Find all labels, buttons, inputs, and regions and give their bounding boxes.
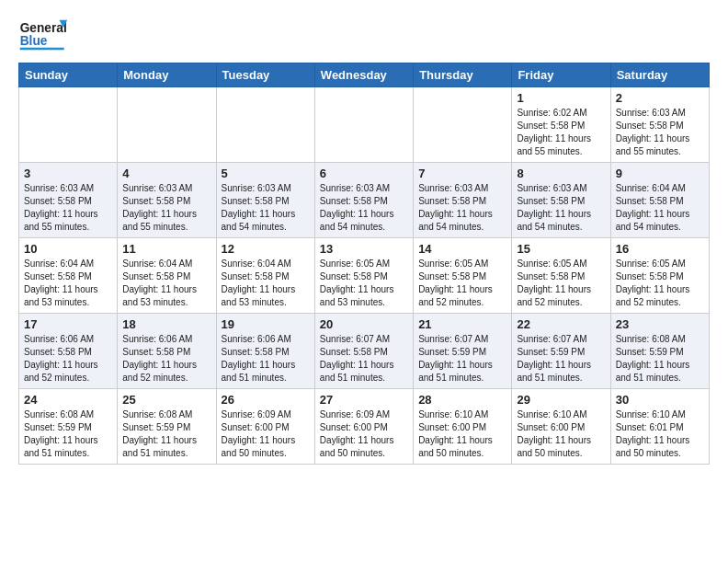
day-info: Sunrise: 6:02 AM Sunset: 5:58 PM Dayligh…: [517, 107, 605, 158]
calendar-cell: [414, 87, 512, 163]
day-number: 22: [517, 317, 605, 331]
header: General Blue: [18, 15, 710, 55]
day-number: 13: [320, 242, 408, 256]
calendar-cell: 2Sunrise: 6:03 AM Sunset: 5:58 PM Daylig…: [610, 87, 709, 163]
page: General Blue SundayMondayTuesdayWednesda…: [0, 0, 728, 563]
day-number: 26: [222, 393, 310, 407]
day-info: Sunrise: 6:05 AM Sunset: 5:58 PM Dayligh…: [320, 258, 408, 309]
day-info: Sunrise: 6:05 AM Sunset: 5:58 PM Dayligh…: [616, 258, 704, 309]
day-info: Sunrise: 6:04 AM Sunset: 5:58 PM Dayligh…: [122, 258, 210, 309]
day-number: 20: [320, 317, 408, 331]
calendar-cell: 22Sunrise: 6:07 AM Sunset: 5:59 PM Dayli…: [512, 314, 610, 389]
calendar-cell: 15Sunrise: 6:05 AM Sunset: 5:58 PM Dayli…: [512, 238, 610, 314]
day-info: Sunrise: 6:10 AM Sunset: 6:01 PM Dayligh…: [616, 408, 704, 460]
calendar-cell: 13Sunrise: 6:05 AM Sunset: 5:58 PM Dayli…: [314, 238, 413, 314]
day-number: 8: [517, 167, 605, 180]
day-number: 14: [418, 242, 506, 256]
day-info: Sunrise: 6:08 AM Sunset: 5:59 PM Dayligh…: [24, 408, 112, 460]
calendar-week-row: 3Sunrise: 6:03 AM Sunset: 5:58 PM Daylig…: [19, 163, 710, 238]
calendar-cell: 5Sunrise: 6:03 AM Sunset: 5:58 PM Daylig…: [216, 163, 314, 238]
calendar-cell: [216, 87, 314, 163]
calendar-cell: 10Sunrise: 6:04 AM Sunset: 5:58 PM Dayli…: [19, 238, 118, 314]
day-info: Sunrise: 6:07 AM Sunset: 5:58 PM Dayligh…: [320, 333, 408, 385]
day-info: Sunrise: 6:07 AM Sunset: 5:59 PM Dayligh…: [418, 333, 506, 385]
calendar-cell: 17Sunrise: 6:06 AM Sunset: 5:58 PM Dayli…: [19, 314, 118, 389]
day-info: Sunrise: 6:06 AM Sunset: 5:58 PM Dayligh…: [24, 333, 112, 385]
day-of-week-saturday: Saturday: [610, 63, 709, 87]
day-info: Sunrise: 6:05 AM Sunset: 5:58 PM Dayligh…: [517, 258, 605, 309]
calendar-cell: 21Sunrise: 6:07 AM Sunset: 5:59 PM Dayli…: [414, 314, 512, 389]
logo: General Blue: [18, 15, 74, 55]
calendar-cell: 12Sunrise: 6:04 AM Sunset: 5:58 PM Dayli…: [216, 238, 314, 314]
day-number: 27: [320, 393, 408, 407]
day-number: 16: [616, 242, 704, 256]
calendar-cell: 6Sunrise: 6:03 AM Sunset: 5:58 PM Daylig…: [314, 163, 413, 238]
calendar-cell: 27Sunrise: 6:09 AM Sunset: 6:00 PM Dayli…: [314, 389, 413, 465]
calendar-cell: 7Sunrise: 6:03 AM Sunset: 5:58 PM Daylig…: [414, 163, 512, 238]
day-of-week-wednesday: Wednesday: [314, 63, 413, 87]
day-info: Sunrise: 6:10 AM Sunset: 6:00 PM Dayligh…: [418, 408, 506, 460]
day-number: 24: [24, 393, 112, 407]
day-number: 29: [517, 393, 605, 407]
calendar-week-row: 17Sunrise: 6:06 AM Sunset: 5:58 PM Dayli…: [19, 314, 710, 389]
day-info: Sunrise: 6:03 AM Sunset: 5:58 PM Dayligh…: [24, 182, 112, 234]
calendar-cell: 23Sunrise: 6:08 AM Sunset: 5:59 PM Dayli…: [610, 314, 709, 389]
day-info: Sunrise: 6:03 AM Sunset: 5:58 PM Dayligh…: [418, 182, 506, 234]
day-of-week-thursday: Thursday: [414, 63, 512, 87]
calendar-cell: [19, 87, 118, 163]
calendar-cell: 25Sunrise: 6:08 AM Sunset: 5:59 PM Dayli…: [118, 389, 216, 465]
day-number: 15: [517, 242, 605, 256]
day-info: Sunrise: 6:03 AM Sunset: 5:58 PM Dayligh…: [122, 182, 210, 234]
calendar-cell: 26Sunrise: 6:09 AM Sunset: 6:00 PM Dayli…: [216, 389, 314, 465]
day-info: Sunrise: 6:08 AM Sunset: 5:59 PM Dayligh…: [122, 408, 210, 460]
calendar-cell: 14Sunrise: 6:05 AM Sunset: 5:58 PM Dayli…: [414, 238, 512, 314]
day-info: Sunrise: 6:06 AM Sunset: 5:58 PM Dayligh…: [122, 333, 210, 385]
day-number: 25: [122, 393, 210, 407]
day-number: 30: [616, 393, 704, 407]
day-of-week-monday: Monday: [118, 63, 216, 87]
day-number: 10: [24, 242, 112, 256]
day-info: Sunrise: 6:09 AM Sunset: 6:00 PM Dayligh…: [222, 408, 310, 460]
day-info: Sunrise: 6:04 AM Sunset: 5:58 PM Dayligh…: [24, 258, 112, 309]
calendar-week-row: 10Sunrise: 6:04 AM Sunset: 5:58 PM Dayli…: [19, 238, 710, 314]
day-number: 17: [24, 317, 112, 331]
day-info: Sunrise: 6:08 AM Sunset: 5:59 PM Dayligh…: [616, 333, 704, 385]
calendar-cell: [118, 87, 216, 163]
calendar-cell: 30Sunrise: 6:10 AM Sunset: 6:01 PM Dayli…: [610, 389, 709, 465]
calendar-cell: 11Sunrise: 6:04 AM Sunset: 5:58 PM Dayli…: [118, 238, 216, 314]
day-of-week-sunday: Sunday: [19, 63, 118, 87]
day-number: 3: [24, 167, 112, 180]
calendar-cell: 9Sunrise: 6:04 AM Sunset: 5:58 PM Daylig…: [610, 163, 709, 238]
day-number: 12: [222, 242, 310, 256]
day-number: 5: [222, 167, 310, 180]
svg-text:General: General: [20, 21, 67, 35]
calendar-header-row: SundayMondayTuesdayWednesdayThursdayFrid…: [19, 63, 710, 87]
calendar-cell: 19Sunrise: 6:06 AM Sunset: 5:58 PM Dayli…: [216, 314, 314, 389]
day-number: 21: [418, 317, 506, 331]
day-info: Sunrise: 6:03 AM Sunset: 5:58 PM Dayligh…: [320, 182, 408, 234]
day-info: Sunrise: 6:03 AM Sunset: 5:58 PM Dayligh…: [222, 182, 310, 234]
calendar-cell: 4Sunrise: 6:03 AM Sunset: 5:58 PM Daylig…: [118, 163, 216, 238]
day-info: Sunrise: 6:06 AM Sunset: 5:58 PM Dayligh…: [222, 333, 310, 385]
calendar-cell: 28Sunrise: 6:10 AM Sunset: 6:00 PM Dayli…: [414, 389, 512, 465]
calendar-cell: 1Sunrise: 6:02 AM Sunset: 5:58 PM Daylig…: [512, 87, 610, 163]
day-number: 19: [222, 317, 310, 331]
day-info: Sunrise: 6:03 AM Sunset: 5:58 PM Dayligh…: [517, 182, 605, 234]
day-info: Sunrise: 6:04 AM Sunset: 5:58 PM Dayligh…: [222, 258, 310, 309]
day-info: Sunrise: 6:05 AM Sunset: 5:58 PM Dayligh…: [418, 258, 506, 309]
calendar-cell: 29Sunrise: 6:10 AM Sunset: 6:00 PM Dayli…: [512, 389, 610, 465]
day-number: 4: [122, 167, 210, 180]
day-info: Sunrise: 6:07 AM Sunset: 5:59 PM Dayligh…: [517, 333, 605, 385]
calendar-cell: [314, 87, 413, 163]
calendar-cell: 20Sunrise: 6:07 AM Sunset: 5:58 PM Dayli…: [314, 314, 413, 389]
day-number: 2: [616, 91, 704, 105]
day-number: 11: [122, 242, 210, 256]
day-number: 18: [122, 317, 210, 331]
svg-text:Blue: Blue: [20, 34, 48, 48]
day-info: Sunrise: 6:04 AM Sunset: 5:58 PM Dayligh…: [616, 182, 704, 234]
day-number: 7: [418, 167, 506, 180]
day-info: Sunrise: 6:09 AM Sunset: 6:00 PM Dayligh…: [320, 408, 408, 460]
calendar-cell: 24Sunrise: 6:08 AM Sunset: 5:59 PM Dayli…: [19, 389, 118, 465]
calendar-cell: 3Sunrise: 6:03 AM Sunset: 5:58 PM Daylig…: [19, 163, 118, 238]
calendar-week-row: 1Sunrise: 6:02 AM Sunset: 5:58 PM Daylig…: [19, 87, 710, 163]
